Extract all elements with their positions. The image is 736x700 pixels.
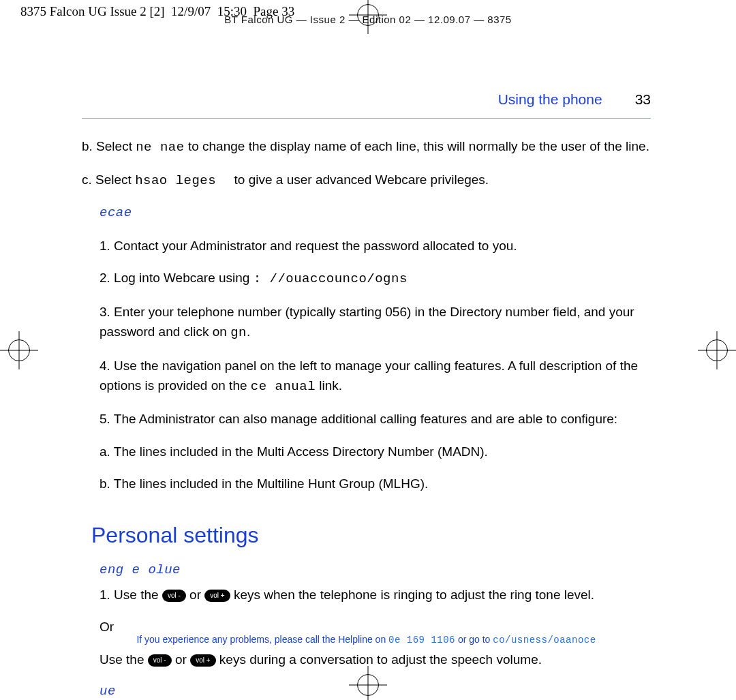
- print-footer-id: BT Falcon UG — Issue 2 — Edition 02 — 12…: [0, 14, 736, 25]
- step-1: 1. Contact your Administrator and reques…: [82, 236, 651, 256]
- step-5: 5. The Administrator can also manage add…: [82, 409, 651, 429]
- vol-minus-key: vol -: [162, 590, 186, 602]
- item-b: b. Select ne nae to change the display n…: [82, 136, 651, 157]
- item-c: c. Select hsao leges to give a user adva…: [82, 170, 651, 191]
- subhead-mute: ue: [82, 682, 651, 700]
- crop-mark-right: [698, 331, 736, 369]
- crop-mark-left: [0, 331, 38, 369]
- subhead-webcare: ecae: [82, 203, 651, 223]
- step-4: 4. Use the navigation panel on the left …: [82, 356, 651, 397]
- header-rule: [82, 118, 651, 119]
- step-5b: b. The lines included in the Multiline H…: [82, 474, 651, 493]
- subhead-volume: eng e olue: [82, 560, 651, 580]
- volume-step-speech: Use the vol - or vol + keys during a con…: [82, 650, 651, 669]
- step-3: 3. Enter your telephone number (typicall…: [82, 302, 651, 344]
- step-5a: a. The lines included in the Multi Acces…: [82, 442, 651, 461]
- vol-minus-key-2: vol -: [148, 654, 172, 667]
- help-footer: If you experience any problems, please c…: [82, 634, 651, 645]
- step-2: 2. Log into Webcare using : //ouaccounco…: [82, 268, 651, 289]
- running-head: Using the phone 33: [82, 89, 651, 111]
- volume-step-ring: 1. Use the vol - or vol + keys when the …: [82, 585, 651, 605]
- vol-plus-key-2: vol +: [190, 654, 215, 667]
- section-title: Using the phone: [498, 89, 602, 111]
- page-body: Using the phone 33 b. Select ne nae to c…: [82, 89, 651, 700]
- heading-personal-settings: Personal settings: [91, 519, 651, 553]
- vol-plus-key: vol +: [204, 590, 230, 602]
- page-number: 33: [635, 89, 651, 111]
